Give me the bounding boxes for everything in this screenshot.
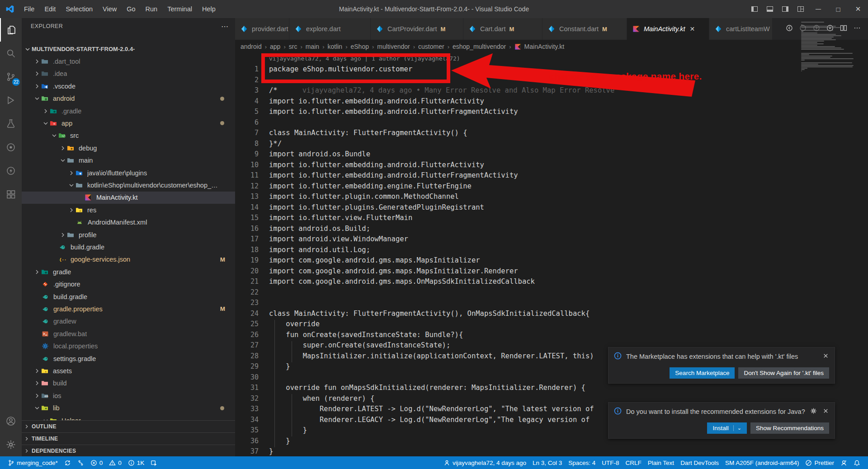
tree-item[interactable]: gradlew <box>22 315 235 328</box>
toggle-sidebar-icon[interactable] <box>747 0 762 18</box>
button-show-recommendations[interactable]: Show Recommendations <box>750 422 829 434</box>
status-commit-graph-icon[interactable] <box>74 460 87 466</box>
dropdown-chevron-icon[interactable]: ⌄ <box>733 425 741 431</box>
status-ln-3-col-3[interactable]: Ln 3, Col 3 <box>529 460 565 466</box>
tree-item[interactable]: settings.gradle <box>22 352 235 365</box>
button-search-marketplace[interactable]: Search Marketplace <box>670 367 735 379</box>
tree-item[interactable]: gradlew.bat <box>22 328 235 340</box>
tree-item[interactable]: debug <box>22 142 235 154</box>
tree-item[interactable]: local.properties <box>22 340 235 352</box>
tree-item[interactable]: gradle.propertiesM <box>22 303 235 315</box>
status-sync-icon[interactable] <box>61 460 74 466</box>
breadcrumb-item[interactable]: android <box>241 43 262 50</box>
button-install[interactable]: Install⌄ <box>707 422 747 434</box>
tree-item[interactable]: .gradle <box>22 105 235 117</box>
close-icon[interactable]: ✕ <box>690 25 695 33</box>
code-line[interactable]: 17 import android.view.WindowManager <box>235 234 868 245</box>
minimap[interactable] <box>801 22 861 117</box>
activity-extensions-icon[interactable] <box>0 183 22 206</box>
code-line[interactable]: 15 import io.flutter.view.FlutterMain <box>235 213 868 224</box>
status-plain-text[interactable]: Plain Text <box>645 460 677 466</box>
close-icon[interactable]: ✕ <box>848 0 868 18</box>
customize-layout-icon[interactable] <box>793 0 808 18</box>
breadcrumb-item[interactable]: eShop <box>351 43 369 50</box>
sidebar-section-dependencies[interactable]: DEPENDENCIES <box>22 445 235 456</box>
breadcrumb-item[interactable]: app <box>270 43 280 50</box>
breadcrumb-item[interactable]: MainActivity.kt <box>514 43 564 50</box>
activity-files-icon[interactable] <box>0 18 22 42</box>
tree-item[interactable]: assets <box>22 365 235 377</box>
tree-item[interactable]: </> src <box>22 130 235 142</box>
code-line[interactable]: 14 import io.flutter.plugins.GeneratedPl… <box>235 202 868 213</box>
toggle-panel-icon[interactable] <box>762 0 778 18</box>
status-sm-a205f-android-arm64-[interactable]: SM A205F (android-arm64) <box>722 460 802 466</box>
status-error-icon[interactable]: 0 <box>87 460 106 466</box>
code-line[interactable]: 11 import io.flutter.embedding.android.F… <box>235 170 868 181</box>
code-line[interactable]: 18 import android.util.Log; <box>235 245 868 256</box>
breadcrumb-item[interactable]: eshop_multivendor <box>453 43 506 50</box>
code-line[interactable]: 26 fun onCreate(savedInstanceState: Bund… <box>235 330 868 341</box>
tree-item[interactable]: app <box>22 117 235 129</box>
sidebar-section-timeline[interactable]: TIMELINE <box>22 432 235 445</box>
tab-MainActivity.kt[interactable]: MainActivity.kt ✕ <box>627 18 709 40</box>
tree-item[interactable]: profile <box>22 229 235 241</box>
tree-item[interactable]: android <box>22 93 235 105</box>
nav-back-icon[interactable] <box>786 24 793 33</box>
tree-item[interactable]: {··} google-services.jsonM <box>22 253 235 266</box>
code-line[interactable]: 25 override <box>235 319 868 330</box>
code-line[interactable]: 8 }*/ <box>235 139 868 150</box>
tree-root[interactable]: MULTIVENDOR-STARTT-FROM-2.0.4- <box>22 43 235 55</box>
close-icon[interactable] <box>822 352 829 361</box>
activity-search-icon[interactable] <box>0 42 22 65</box>
code-line[interactable]: 16 import android.os.Build; <box>235 224 868 234</box>
tree-item[interactable]: iOS ios <box>22 389 235 402</box>
code-line[interactable]: 21 import com.google.android.gms.maps.On… <box>235 277 868 287</box>
status-crlf[interactable]: CRLF <box>623 460 645 466</box>
activity-testing-beaker-icon[interactable] <box>0 112 22 136</box>
explorer-more-actions-icon[interactable]: ⋯ <box>221 22 229 31</box>
breadcrumb-item[interactable]: kotlin <box>327 43 342 50</box>
breadcrumb-item[interactable]: multivendor <box>377 43 410 50</box>
menu-view[interactable]: View <box>99 4 121 14</box>
status-prettier[interactable]: Prettier <box>802 460 837 466</box>
code-line[interactable]: 10 import io.flutter.embedding.android.F… <box>235 160 868 171</box>
tab-Cart.dart[interactable]: Cart.dart M <box>463 18 542 40</box>
activity-account-icon[interactable] <box>0 409 22 433</box>
tree-item[interactable]: build.gradle <box>22 241 235 253</box>
code-line[interactable]: 20 import com.google.android.gms.maps.Ma… <box>235 266 868 277</box>
menu-terminal[interactable]: Terminal <box>163 4 196 14</box>
breadcrumb-item[interactable]: customer <box>418 43 444 50</box>
tree-item[interactable]: AndroidManifest.xml <box>22 216 235 229</box>
activity-lightning-icon[interactable] <box>0 159 22 183</box>
status-warning-icon[interactable]: 0 <box>106 460 125 466</box>
activity-circle-target-icon[interactable] <box>0 136 22 159</box>
status-utf-8[interactable]: UTF-8 <box>599 460 622 466</box>
status-spaces-4[interactable]: Spaces: 4 <box>565 460 599 466</box>
tree-item[interactable]: .gitignore <box>22 278 235 291</box>
code-line[interactable]: 23 <box>235 298 868 309</box>
activity-settings-gear-icon[interactable] <box>0 433 22 456</box>
code-line[interactable]: 24 class MainActivity: FlutterFragmentAc… <box>235 309 868 319</box>
status-git-branch-icon[interactable]: merging_code* <box>5 460 61 466</box>
tab-Constant.dart[interactable]: Constant.dart M <box>542 18 627 40</box>
tree-item[interactable]: build <box>22 377 235 389</box>
maximize-icon[interactable]: □ <box>828 0 848 18</box>
tree-item[interactable]: java\io\flutter\plugins <box>22 167 235 179</box>
minimize-icon[interactable]: — <box>808 0 828 18</box>
tab-explore.dart[interactable]: explore.dart <box>289 18 371 40</box>
status-feedback-icon[interactable] <box>837 460 850 466</box>
menu-run[interactable]: Run <box>142 4 162 14</box>
code-line[interactable]: 19 import com.google.android.gms.maps.Ma… <box>235 255 868 266</box>
tab-CartProvider.dart[interactable]: CartProvider.dart M <box>371 18 463 40</box>
code-line[interactable]: 22 <box>235 287 868 298</box>
tab-provider.dart[interactable]: provider.dart <box>235 18 289 40</box>
breadcrumb-item[interactable]: main <box>306 43 319 50</box>
code-line[interactable]: 9 import android.os.Bundle <box>235 149 868 160</box>
menu-go[interactable]: Go <box>123 4 139 14</box>
tree-item[interactable]: .dart_tool <box>22 55 235 67</box>
code-line[interactable]: 7 class MainActivity: FlutterFragmentAct… <box>235 128 868 139</box>
gear-icon[interactable] <box>810 408 817 416</box>
code-line[interactable]: 12 import io.flutter.embedding.engine.Fl… <box>235 181 868 192</box>
tree-item[interactable]: main <box>22 155 235 167</box>
tree-item[interactable]: MainActivity.kt <box>22 192 235 204</box>
